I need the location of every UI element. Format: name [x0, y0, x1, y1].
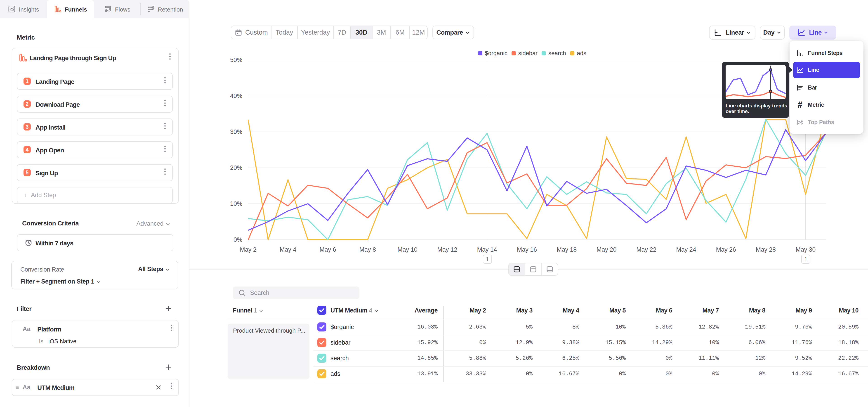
svg-text:30%: 30%	[230, 128, 242, 135]
svg-text:May 2: May 2	[240, 246, 256, 253]
svg-text:May 24: May 24	[676, 246, 696, 253]
svg-text:May 28: May 28	[756, 246, 776, 253]
svg-text:May 6: May 6	[320, 246, 336, 253]
svg-text:May 8: May 8	[360, 246, 376, 253]
svg-text:May 14: May 14	[477, 246, 497, 253]
svg-text:May 26: May 26	[716, 246, 736, 253]
svg-text:May 18: May 18	[557, 246, 577, 253]
svg-text:May 10: May 10	[397, 246, 417, 253]
svg-text:10%: 10%	[230, 200, 242, 207]
svg-text:40%: 40%	[230, 92, 242, 99]
svg-text:May 16: May 16	[517, 246, 537, 253]
svg-text:May 20: May 20	[596, 246, 617, 253]
svg-text:50%: 50%	[230, 57, 242, 63]
svg-text:May 12: May 12	[437, 246, 457, 253]
svg-text:20%: 20%	[230, 164, 242, 171]
svg-text:0%: 0%	[234, 236, 242, 243]
svg-text:May 30: May 30	[796, 246, 816, 253]
svg-text:May 4: May 4	[280, 246, 296, 253]
svg-text:May 22: May 22	[636, 246, 656, 253]
